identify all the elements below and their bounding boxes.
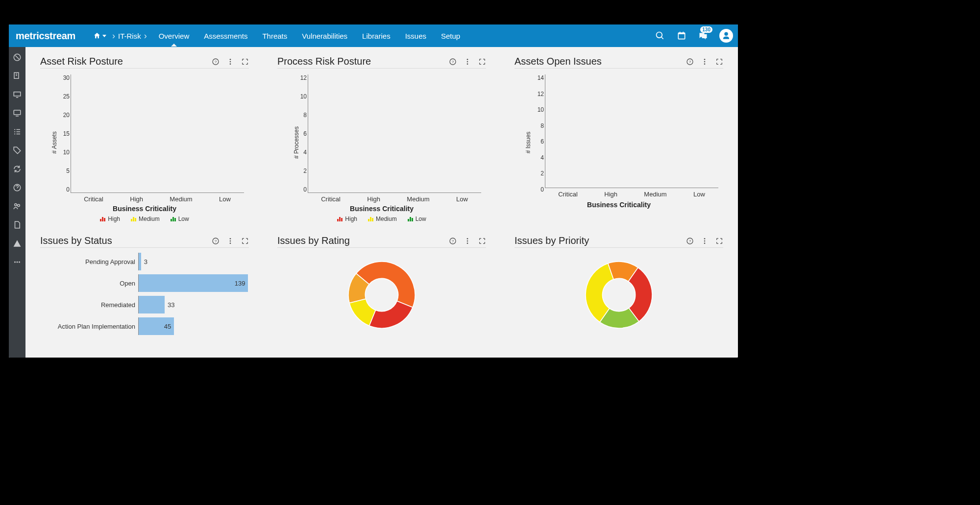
sidebar bbox=[9, 47, 25, 358]
hbar-row[interactable]: Remediated33 bbox=[40, 294, 249, 315]
calendar-button[interactable] bbox=[676, 30, 687, 41]
legend-item[interactable]: Medium bbox=[368, 216, 397, 222]
svg-point-29 bbox=[230, 242, 231, 244]
svg-rect-3 bbox=[14, 110, 21, 115]
sidebar-item-monitor[interactable] bbox=[13, 90, 22, 99]
chart-process-risk: # Processes121086420CriticalHighMediumLo… bbox=[277, 72, 486, 214]
chart-legend: HighMediumLow bbox=[40, 216, 249, 222]
sidebar-item-reports[interactable] bbox=[13, 72, 22, 80]
more-icon[interactable] bbox=[701, 58, 709, 66]
hbar-label: Open bbox=[40, 280, 138, 287]
legend-item[interactable]: Low bbox=[171, 216, 189, 222]
notifications-button[interactable]: 130 bbox=[698, 30, 709, 41]
more-icon[interactable] bbox=[226, 58, 234, 66]
svg-point-27 bbox=[230, 238, 231, 240]
plot-area bbox=[308, 74, 481, 193]
help-icon[interactable]: ? bbox=[212, 58, 220, 66]
nav-assessments[interactable]: Assessments bbox=[203, 26, 248, 46]
sidebar-item-document[interactable] bbox=[13, 220, 22, 229]
chart-asset-risk: # Assets302520151050CriticalHighMediumLo… bbox=[40, 72, 249, 214]
x-axis-labels: CriticalHighMediumLow bbox=[545, 191, 718, 198]
plot-area bbox=[71, 74, 244, 193]
hbar-row[interactable]: Pending Approval3 bbox=[40, 251, 249, 272]
expand-icon[interactable] bbox=[478, 237, 486, 245]
card-process-risk-posture: Process Risk Posture ? # Processes121086… bbox=[268, 47, 496, 226]
expand-icon[interactable] bbox=[241, 237, 249, 245]
hbar-value: 33 bbox=[168, 301, 174, 309]
hbar-row[interactable]: Open139 bbox=[40, 272, 249, 294]
hbar-value: 45 bbox=[164, 323, 171, 330]
more-icon[interactable] bbox=[464, 237, 471, 245]
home-button[interactable] bbox=[90, 32, 109, 40]
nav-libraries[interactable]: Libraries bbox=[361, 26, 392, 46]
svg-point-37 bbox=[704, 238, 706, 240]
card-title: Issues by Rating bbox=[277, 235, 350, 246]
sidebar-item-tasks[interactable] bbox=[13, 127, 22, 136]
help-icon[interactable]: ? bbox=[212, 237, 220, 245]
sidebar-item-alert[interactable] bbox=[13, 239, 22, 248]
svg-point-17 bbox=[467, 59, 468, 60]
brand-logo: metricstream bbox=[16, 30, 75, 42]
legend-item[interactable]: Medium bbox=[131, 216, 160, 222]
svg-point-22 bbox=[704, 59, 706, 60]
svg-point-6 bbox=[18, 204, 20, 207]
breadcrumb-item[interactable]: IT-Risk bbox=[118, 32, 141, 40]
card-title: Assets Open Issues bbox=[514, 56, 602, 67]
expand-icon[interactable] bbox=[715, 237, 723, 245]
sidebar-item-users[interactable] bbox=[13, 202, 22, 211]
more-icon[interactable] bbox=[464, 58, 471, 66]
svg-point-38 bbox=[704, 240, 706, 241]
chart-assets-open: # Issues14121086420CriticalHighMediumLow… bbox=[514, 72, 723, 214]
more-icon[interactable] bbox=[226, 237, 234, 245]
sidebar-item-refresh[interactable] bbox=[13, 165, 22, 173]
sidebar-item-dashboard[interactable] bbox=[13, 53, 22, 62]
sidebar-item-more[interactable] bbox=[13, 258, 22, 266]
expand-icon[interactable] bbox=[715, 58, 723, 66]
expand-icon[interactable] bbox=[241, 58, 249, 66]
svg-point-18 bbox=[467, 61, 468, 62]
help-icon[interactable]: ? bbox=[686, 58, 694, 66]
chart-legend: HighMediumLow bbox=[277, 216, 486, 222]
svg-point-28 bbox=[230, 240, 231, 241]
topbar: metricstream › IT-Risk › OverviewAssessm… bbox=[9, 24, 738, 47]
card-title: Asset Risk Posture bbox=[40, 56, 123, 67]
nav-issues[interactable]: Issues bbox=[404, 26, 427, 46]
sidebar-item-help[interactable] bbox=[13, 183, 22, 192]
help-icon[interactable]: ? bbox=[449, 58, 457, 66]
home-icon bbox=[93, 32, 101, 40]
nav-vulnerabilities[interactable]: Vulnerabilities bbox=[301, 26, 348, 46]
svg-point-12 bbox=[230, 59, 231, 60]
x-axis-title: Business Criticality bbox=[277, 205, 486, 213]
expand-icon[interactable] bbox=[478, 58, 486, 66]
notification-badge: 130 bbox=[700, 26, 712, 33]
svg-point-14 bbox=[230, 63, 231, 65]
donut-slice-critical[interactable] bbox=[369, 301, 413, 328]
legend-item[interactable]: High bbox=[337, 216, 357, 222]
hbar-row[interactable]: Action Plan Implementation45 bbox=[40, 315, 249, 337]
svg-point-34 bbox=[467, 242, 468, 244]
nav-threats[interactable]: Threats bbox=[261, 26, 288, 46]
legend-item[interactable]: High bbox=[100, 216, 120, 222]
svg-rect-2 bbox=[14, 92, 21, 96]
svg-point-39 bbox=[704, 242, 706, 244]
card-actions: ? bbox=[212, 58, 249, 66]
nav-setup[interactable]: Setup bbox=[440, 26, 461, 46]
help-icon[interactable]: ? bbox=[449, 237, 457, 245]
card-title: Issues by Priority bbox=[514, 235, 589, 246]
svg-point-13 bbox=[230, 61, 231, 62]
sidebar-item-desktop[interactable] bbox=[13, 109, 22, 118]
chart-issues-priority bbox=[514, 251, 723, 334]
help-icon[interactable]: ? bbox=[686, 237, 694, 245]
search-button[interactable] bbox=[655, 30, 665, 41]
hbar-label: Remediated bbox=[40, 301, 138, 309]
svg-text:?: ? bbox=[452, 239, 454, 243]
legend-item[interactable]: Low bbox=[408, 216, 426, 222]
nav-overview[interactable]: Overview bbox=[158, 26, 191, 46]
card-asset-risk-posture: Asset Risk Posture ? # Assets30252015105… bbox=[30, 47, 259, 226]
more-icon[interactable] bbox=[701, 237, 709, 245]
y-axis-ticks: 14121086420 bbox=[529, 74, 544, 193]
top-nav: OverviewAssessmentsThreatsVulnerabilitie… bbox=[158, 26, 462, 46]
sidebar-item-tag[interactable] bbox=[13, 146, 22, 155]
user-avatar[interactable] bbox=[719, 29, 733, 43]
svg-text:?: ? bbox=[689, 59, 691, 64]
